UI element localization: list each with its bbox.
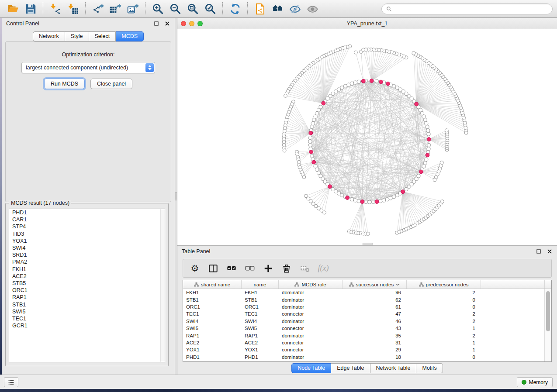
add-column-button[interactable]: [262, 262, 275, 275]
network-node[interactable]: [350, 198, 353, 201]
network-node[interactable]: [347, 83, 350, 86]
network-node[interactable]: [312, 118, 316, 122]
network-node[interactable]: [426, 125, 429, 129]
network-node[interactable]: [389, 196, 392, 200]
network-node[interactable]: [392, 84, 396, 88]
network-node[interactable]: [427, 138, 431, 141]
network-node[interactable]: [314, 165, 317, 168]
mcds-result-item[interactable]: STB5: [9, 280, 165, 287]
table-row[interactable]: YOX1YOX1connector291: [183, 346, 545, 353]
delete-column-button[interactable]: [280, 262, 293, 275]
network-node[interactable]: [284, 94, 287, 97]
table-row[interactable]: SWI5SWI5connector431: [183, 325, 545, 332]
network-node[interactable]: [395, 86, 399, 89]
network-node[interactable]: [385, 198, 389, 201]
network-node[interactable]: [427, 143, 431, 147]
tab-mcds[interactable]: MCDS: [116, 31, 144, 41]
network-node[interactable]: [314, 115, 317, 118]
show-all-button[interactable]: [304, 1, 320, 16]
tab-select[interactable]: Select: [89, 31, 116, 41]
network-node[interactable]: [401, 190, 405, 194]
network-node[interactable]: [283, 149, 286, 152]
memory-button[interactable]: Memory: [517, 377, 553, 387]
network-node[interactable]: [346, 196, 349, 200]
search-input[interactable]: [394, 5, 548, 12]
mcds-result-item[interactable]: YOX1: [9, 237, 165, 244]
network-node[interactable]: [425, 158, 428, 161]
mcds-result-item[interactable]: PMA2: [9, 258, 165, 265]
open-file-button[interactable]: [5, 1, 21, 16]
mcds-result-item[interactable]: TEC1: [9, 315, 165, 322]
select-all-button[interactable]: [225, 262, 238, 275]
tab-motifs[interactable]: Motifs: [416, 363, 443, 373]
close-window-button[interactable]: [181, 21, 186, 26]
network-node[interactable]: [357, 80, 360, 83]
network-node[interactable]: [302, 175, 306, 179]
mcds-result-item[interactable]: SWI5: [9, 308, 165, 315]
network-node[interactable]: [354, 51, 357, 54]
column-header-successor-nodes[interactable]: successor nodes: [343, 280, 407, 289]
deselect-all-button[interactable]: [243, 262, 256, 275]
network-node[interactable]: [427, 132, 430, 136]
network-node[interactable]: [427, 147, 430, 151]
neighbors-button[interactable]: [270, 1, 285, 16]
network-node[interactable]: [419, 170, 423, 174]
zoom-out-button[interactable]: [167, 1, 183, 16]
network-node[interactable]: [311, 122, 315, 125]
network-node[interactable]: [426, 129, 430, 132]
tab-node-table[interactable]: Node Table: [291, 363, 331, 373]
table-row[interactable]: PHD1PHD1dominator180: [183, 354, 545, 361]
network-node[interactable]: [440, 161, 443, 165]
refresh-button[interactable]: [227, 1, 243, 16]
network-node[interactable]: [440, 200, 444, 203]
mcds-result-item[interactable]: FKH1: [9, 266, 165, 273]
network-node[interactable]: [309, 150, 313, 154]
network-node[interactable]: [323, 211, 326, 214]
hide-selected-button[interactable]: [287, 1, 303, 16]
network-node[interactable]: [308, 143, 312, 147]
task-history-button[interactable]: [4, 377, 18, 387]
network-node[interactable]: [308, 140, 312, 143]
mcds-result-item[interactable]: TID3: [9, 230, 165, 237]
mcds-result-item[interactable]: SRD1: [9, 251, 165, 258]
column-header-shared-name[interactable]: shared name: [183, 280, 242, 289]
table-scrollbar[interactable]: [544, 289, 551, 361]
mcds-result-item[interactable]: GCR1: [9, 322, 165, 329]
network-node[interactable]: [375, 200, 379, 204]
network-node[interactable]: [422, 165, 426, 168]
network-node[interactable]: [425, 122, 428, 125]
table-row[interactable]: ORC1ORC1dominator610: [183, 303, 545, 310]
network-node[interactable]: [353, 81, 357, 84]
network-node[interactable]: [361, 79, 365, 83]
search-box[interactable]: [381, 3, 553, 14]
mcds-result-item[interactable]: RAP1: [9, 294, 165, 301]
mcds-result-item[interactable]: STB1: [9, 301, 165, 308]
float-table-panel-button[interactable]: [536, 248, 542, 254]
network-graph[interactable]: [177, 29, 557, 245]
import-network-button[interactable]: [48, 1, 63, 16]
mcds-result-item[interactable]: CAR1: [9, 216, 165, 223]
zoom-in-button[interactable]: [150, 1, 166, 16]
run-mcds-button[interactable]: Run MCDS: [44, 79, 85, 89]
table-row[interactable]: TEC1TEC1connector472: [183, 310, 545, 317]
network-node[interactable]: [415, 102, 419, 106]
settings-gear-button[interactable]: ⚙: [188, 262, 201, 275]
network-node[interactable]: [357, 199, 360, 203]
splitter-grip[interactable]: [175, 193, 177, 200]
network-node[interactable]: [315, 111, 319, 115]
network-node[interactable]: [382, 199, 385, 202]
network-node[interactable]: [379, 80, 383, 84]
mcds-result-item[interactable]: STP4: [9, 223, 165, 230]
network-node[interactable]: [310, 125, 314, 129]
toggle-panes-button[interactable]: [207, 262, 220, 275]
network-node[interactable]: [350, 82, 353, 85]
mcds-result-item[interactable]: PHD1: [9, 209, 165, 216]
column-header-MCDS-role[interactable]: MCDS role: [279, 280, 343, 289]
network-node[interactable]: [392, 195, 396, 199]
tab-style[interactable]: Style: [65, 31, 89, 41]
minimize-window-button[interactable]: [189, 21, 194, 26]
table-row[interactable]: FKH1FKH1dominator962: [183, 289, 545, 296]
network-node[interactable]: [417, 174, 420, 178]
close-table-panel-button[interactable]: [547, 248, 553, 254]
maximize-window-button[interactable]: [197, 21, 203, 26]
